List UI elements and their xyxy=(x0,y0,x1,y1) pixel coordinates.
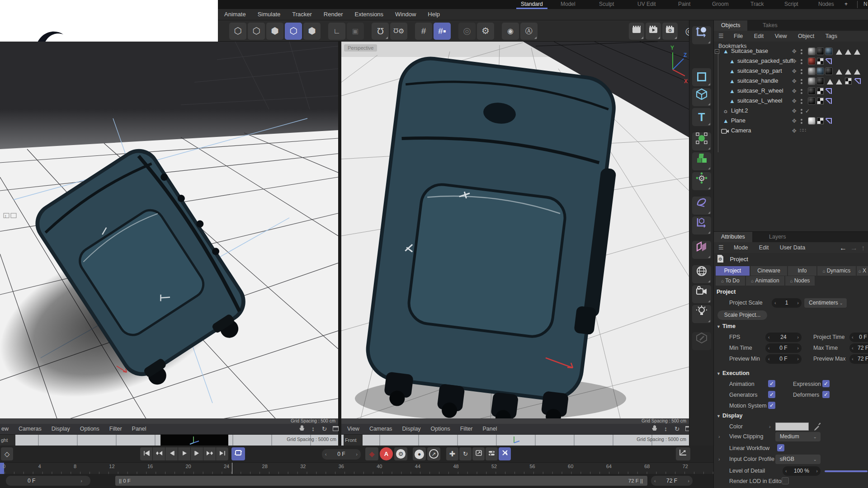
objects-menu-tags[interactable]: Tags xyxy=(821,31,842,41)
execution-section-header[interactable]: ▼︎Execution xyxy=(717,370,866,379)
polygons-mode-button[interactable]: ⬢︎ xyxy=(266,23,283,40)
phong-tag-icon[interactable] xyxy=(826,88,832,94)
layer-icon[interactable]: ❖︎ xyxy=(792,127,797,134)
layer-icon[interactable]: ❖︎ xyxy=(792,78,797,84)
input-color-profile-expand-icon[interactable]: › xyxy=(718,456,720,462)
modeling-axis-icon[interactable] xyxy=(692,216,711,235)
object-label[interactable]: Camera xyxy=(731,127,751,134)
color-swatch[interactable] xyxy=(775,422,809,431)
viewport-menu-item[interactable]: Cameras xyxy=(364,424,397,434)
tree-row-suitcase-l-wheel[interactable]: ▲︎ suitcase_L_wheel ❖︎ xyxy=(714,96,868,106)
tab-takes[interactable]: Takes xyxy=(755,20,785,31)
view-clipping-dropdown[interactable]: Medium⌄ xyxy=(775,432,821,441)
attr-tab-nodes[interactable]: ⌂Nodes xyxy=(785,276,815,286)
project-scale-stepper[interactable]: ‹1› xyxy=(772,298,802,308)
cube-primitive-icon[interactable] xyxy=(692,88,711,106)
material-tag-icon[interactable] xyxy=(808,97,816,105)
menu-item[interactable]: Help xyxy=(422,9,446,19)
phong-tag-icon[interactable] xyxy=(826,98,832,104)
key-rotation-toggle[interactable]: ↻ xyxy=(459,447,472,460)
bend-deformer-icon[interactable] xyxy=(692,197,711,215)
attr-tab-animation[interactable]: ⌂Animation xyxy=(746,276,785,286)
phong-tag-icon[interactable] xyxy=(826,58,832,64)
material-tag-icon[interactable] xyxy=(808,47,816,55)
material-tag-icon[interactable] xyxy=(816,47,824,55)
model-mode-button[interactable]: ⬡︎ xyxy=(285,23,302,40)
visibility-dots-icon[interactable] xyxy=(801,99,802,101)
menu-item[interactable]: Window xyxy=(389,9,422,19)
hamburger-icon[interactable]: ☰︎ xyxy=(714,242,727,251)
layer-icon[interactable]: ❖︎ xyxy=(792,58,797,65)
render-to-viewer-button[interactable] xyxy=(646,23,661,40)
object-label[interactable]: suitcase_R_wheel xyxy=(737,88,783,94)
tab-sculpt[interactable]: Sculpt xyxy=(594,0,618,9)
tab-objects[interactable]: Objects xyxy=(714,20,747,31)
prev-frame-button[interactable] xyxy=(165,447,178,460)
visibility-dots-icon[interactable] xyxy=(801,89,802,91)
hamburger-icon[interactable]: ☰︎ xyxy=(714,31,727,39)
level-of-detail-slider[interactable] xyxy=(825,470,868,472)
menu-item[interactable]: Render xyxy=(318,9,349,19)
environment-sky-icon[interactable] xyxy=(692,265,711,283)
attr-tab-info[interactable]: Info xyxy=(788,266,817,276)
viewport-menu-item[interactable]: Cameras xyxy=(14,424,47,434)
phong-tag-icon[interactable] xyxy=(826,118,832,124)
render-settings-button[interactable]: ⚙︎ xyxy=(662,23,678,40)
material-tag-icon[interactable] xyxy=(808,67,816,75)
key-parameter-toggle[interactable] xyxy=(486,447,498,460)
visibility-dots-icon[interactable] xyxy=(801,59,802,61)
tree-row-plane[interactable]: ▲︎ Plane ❖︎ xyxy=(714,116,868,126)
preview-min-stepper[interactable]: ‹0 F› xyxy=(765,354,802,364)
generators-checkbox[interactable]: ✓ xyxy=(768,391,775,398)
menu-item[interactable]: Simulate xyxy=(252,9,287,19)
layer-icon[interactable]: ❖︎ xyxy=(792,117,797,124)
modeling-settings-button[interactable]: ⚙︎ xyxy=(477,23,494,40)
range-start-stepper[interactable]: 0 F› xyxy=(6,476,90,486)
selection-tag-icon[interactable] xyxy=(836,79,842,84)
add-layout-tab-button[interactable]: + xyxy=(840,0,852,9)
tree-row-suitcase-handle[interactable]: ▲︎ suitcase_handle ❖︎ xyxy=(714,76,868,86)
auto-switch-button[interactable]: Ⓐ︎ xyxy=(520,23,538,40)
next-frame-button[interactable] xyxy=(191,447,203,460)
material-tag-icon[interactable] xyxy=(808,57,816,65)
attr-menu-user-data[interactable]: User Data xyxy=(775,243,810,253)
generator-effector-icon[interactable]: ⚙︎ xyxy=(692,172,711,190)
edges-mode-button[interactable]: ⬡︎ xyxy=(248,23,265,40)
tree-row-suitcase-packed-stuff[interactable]: ▲︎ suitcase_packed_stuff ❖︎ xyxy=(714,56,868,66)
tree-row-suitcase-r-wheel[interactable]: ▲︎ suitcase_R_wheel ❖︎ xyxy=(714,86,868,96)
material-tag-icon[interactable] xyxy=(808,87,816,95)
viewport-menu-item[interactable]: Display xyxy=(397,424,426,434)
motext-icon[interactable]: T xyxy=(692,108,711,126)
autokey-button[interactable]: A xyxy=(380,447,393,460)
tab-standard[interactable]: Standard xyxy=(516,0,547,9)
viewport-menu-item[interactable]: ew xyxy=(0,424,14,434)
selection-tag-icon[interactable] xyxy=(827,79,833,84)
time-section-header[interactable]: ▼︎Time xyxy=(717,323,866,332)
visibility-dots-icon[interactable] xyxy=(801,79,802,81)
pan-hand-icon[interactable] xyxy=(650,425,659,433)
maximize-view-icon[interactable] xyxy=(331,425,340,433)
material-tag-icon[interactable] xyxy=(825,47,833,55)
fps-stepper[interactable]: ‹24› xyxy=(765,333,802,342)
preview-max-stepper[interactable]: ‹72 F xyxy=(849,354,868,364)
attr-tab-todo[interactable]: ⌂To Do xyxy=(716,276,745,286)
tab-attributes[interactable]: Attributes xyxy=(714,232,752,242)
viewport-menu-item[interactable]: Options xyxy=(75,424,104,434)
dolly-icon[interactable]: ↕︎ xyxy=(661,425,670,433)
play-button[interactable] xyxy=(178,447,190,460)
viewport-bottomleft-canvas[interactable]: ght Grid Spacing : 5000 cm xyxy=(0,435,338,446)
render-lod-checkbox[interactable]: ✓ xyxy=(782,477,789,484)
object-label[interactable]: suitcase_handle xyxy=(737,78,778,84)
tab-script[interactable]: Script xyxy=(780,0,803,9)
layer-icon[interactable]: ❖︎ xyxy=(792,48,797,55)
fcurve-editor-button[interactable] xyxy=(676,447,690,460)
symmetry-instance-icon[interactable] xyxy=(692,241,711,259)
play-mode-loop-button[interactable] xyxy=(231,447,245,460)
render-view-button[interactable] xyxy=(629,23,644,40)
object-label[interactable]: Plane xyxy=(731,117,745,124)
phong-tag-icon[interactable] xyxy=(855,78,861,84)
light-icon[interactable] xyxy=(692,305,711,323)
rotate-view-icon[interactable]: ↻ xyxy=(320,425,329,433)
tree-row-suitcase-top-part[interactable]: ▲︎ suitcase_top_part ❖︎ xyxy=(714,66,868,76)
animation-checkbox[interactable]: ✓ xyxy=(768,380,775,387)
